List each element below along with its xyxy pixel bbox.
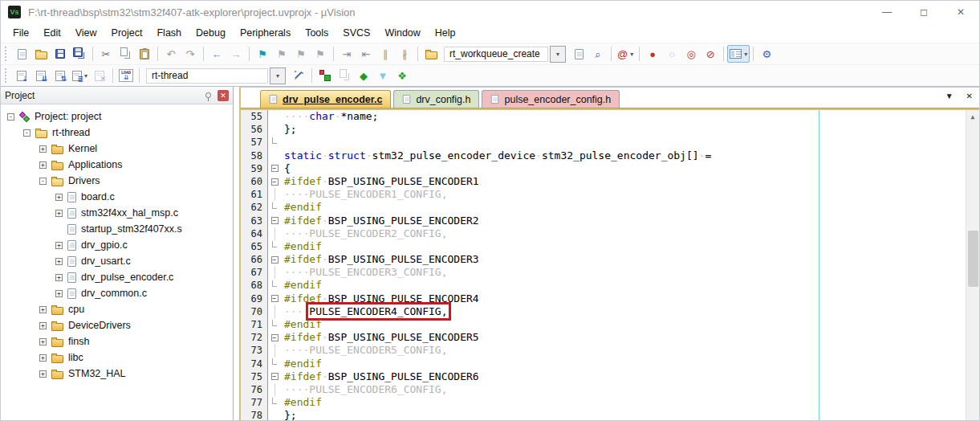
tree-item-startup-stm32f407xx-s[interactable]: startup_stm32f407xx.s (1, 221, 233, 237)
tree-item-kernel[interactable]: +Kernel (1, 141, 233, 157)
fold-collapse-icon[interactable]: − (271, 295, 279, 302)
tree-item-finsh[interactable]: +finsh (1, 333, 233, 349)
build-button[interactable]: ⇊ (31, 67, 51, 84)
close-document-button[interactable]: ✕ (966, 92, 973, 100)
fold-column[interactable]: − (268, 331, 281, 344)
redo-button[interactable]: ↷ (181, 45, 200, 63)
tab-drv_pulse_encoder-c[interactable]: drv_pulse_encoder.c (260, 90, 391, 108)
tree-item-devicedrivers[interactable]: +DeviceDrivers (1, 317, 233, 333)
expand-icon[interactable]: + (55, 290, 63, 297)
configure-button[interactable]: ⚙ (757, 45, 776, 63)
open-file-button[interactable] (31, 45, 51, 63)
fold-collapse-icon[interactable]: − (271, 373, 279, 380)
expand-icon[interactable]: + (55, 274, 63, 281)
menu-item-svcs[interactable]: SVCS (335, 25, 377, 41)
tree-item-project-project[interactable]: -Project: project (1, 108, 233, 125)
code-line-72[interactable]: 72−#ifdef·BSP_USING_PULSE_ENCODER5 (241, 331, 979, 344)
previous-bookmark-button[interactable]: ⚑ (272, 45, 291, 63)
search-combobox-value[interactable]: rt_workqueue_create (444, 47, 548, 62)
expand-icon[interactable]: + (39, 370, 47, 378)
manage-project-items-button[interactable] (315, 67, 335, 84)
expand-icon[interactable]: + (55, 242, 63, 249)
expand-icon[interactable]: + (39, 354, 47, 362)
tab-drv_config-h[interactable]: drv_config.h (393, 90, 479, 108)
expand-icon[interactable]: + (39, 145, 47, 153)
menu-item-flash[interactable]: Flash (149, 25, 189, 41)
code-line-68[interactable]: 68#endif (241, 279, 979, 292)
minimize-button[interactable]: — (868, 1, 905, 23)
expand-icon[interactable]: + (55, 258, 63, 265)
tree-item-cpu[interactable]: +cpu (1, 301, 233, 317)
code-line-63[interactable]: 63−#ifdef·BSP_USING_PULSE_ENCODER2 (241, 215, 979, 227)
code-line-65[interactable]: 65#endif (241, 240, 979, 253)
tree-item-drv-usart-c[interactable]: +drv_usart.c (1, 253, 233, 269)
select-software-packs-button[interactable]: ▼ (373, 67, 392, 84)
search-combobox[interactable]: rt_workqueue_create▾ (444, 46, 566, 63)
translate-file-button[interactable]: ⇣ (12, 67, 31, 84)
fold-column[interactable]: − (268, 215, 281, 227)
fold-collapse-icon[interactable]: − (271, 178, 279, 186)
tree-item-libc[interactable]: +libc (1, 349, 233, 366)
fold-collapse-icon[interactable]: − (271, 334, 279, 341)
tree-item-stm32f4xx-hal-msp-c[interactable]: +stm32f4xx_hal_msp.c (1, 205, 233, 221)
fold-collapse-icon[interactable]: − (271, 256, 279, 264)
options-for-target-button[interactable] (289, 67, 308, 84)
stop-build-button[interactable]: ✕ (90, 67, 109, 84)
code-line-70[interactable]: 70····PULSE_ENCODER4_CONFIG, (241, 305, 979, 318)
fold-column[interactable]: − (268, 253, 281, 266)
target-combobox-dropdown-button[interactable]: ▾ (270, 67, 286, 84)
next-bookmark-button[interactable]: ⚑ (291, 45, 311, 63)
code-line-73[interactable]: 73····PULSE_ENCODER5_CONFIG, (241, 344, 979, 357)
code-editor[interactable]: 55····char·*name;56};5758static·struct·s… (241, 110, 979, 421)
kill-all-breakpoints-button[interactable]: ⊘ (701, 45, 720, 63)
tree-item-board-c[interactable]: +board.c (1, 189, 233, 205)
pin-icon[interactable] (205, 92, 211, 98)
incremental-find-button[interactable]: ⌕ (588, 45, 608, 63)
code-line-69[interactable]: 69−#ifdef·BSP_USING_PULSE_ENCODER4 (241, 292, 979, 305)
paste-button[interactable] (135, 45, 154, 63)
fold-column[interactable]: − (268, 162, 281, 175)
target-combobox[interactable]: rt-thread▾ (146, 67, 286, 84)
comment-button[interactable]: ∥ (376, 45, 395, 63)
uncomment-button[interactable]: ∦ (395, 45, 414, 63)
tree-item-drv-pulse-encoder-c[interactable]: +drv_pulse_encoder.c (1, 269, 233, 285)
document-list-button[interactable]: ▼ (945, 92, 954, 100)
expand-icon[interactable]: + (39, 161, 47, 169)
code-line-67[interactable]: 67····PULSE_ENCODER3_CONFIG, (241, 266, 979, 279)
new-file-button[interactable] (12, 45, 31, 63)
menu-item-view[interactable]: View (68, 25, 104, 41)
code-line-58[interactable]: 58static·struct·stm32_pulse_encoder_devi… (241, 149, 979, 162)
expand-icon[interactable]: + (55, 194, 63, 201)
search-combobox-dropdown-button[interactable]: ▾ (550, 46, 566, 63)
expand-icon[interactable]: + (39, 322, 47, 329)
menu-item-peripherals[interactable]: Peripherals (233, 25, 298, 41)
cut-button[interactable]: ✂ (96, 45, 116, 63)
code-line-76[interactable]: 76····PULSE_ENCODER6_CONFIG, (241, 383, 979, 396)
menu-item-file[interactable]: File (6, 25, 36, 41)
manage-books-button[interactable] (335, 67, 354, 84)
code-line-59[interactable]: 59−{ (241, 162, 979, 175)
tree-item-stm32-hal[interactable]: +STM32_HAL (1, 366, 233, 382)
menu-item-help[interactable]: Help (428, 25, 463, 41)
code-line-57[interactable]: 57 (241, 136, 979, 149)
window-layout-button[interactable]: ▾ (727, 45, 750, 63)
code-line-78[interactable]: 78}; (241, 409, 979, 421)
download-button[interactable]: LOAD⇊ (116, 67, 136, 84)
disable-breakpoint-button[interactable]: ○ (662, 45, 681, 63)
runtime-environment-button[interactable]: ◆ (354, 67, 373, 84)
code-line-61[interactable]: 61····PULSE_ENCODER1_CONFIG, (241, 188, 979, 201)
save-button[interactable] (51, 45, 70, 63)
clear-bookmarks-button[interactable]: ⚑ (311, 45, 330, 63)
copy-button[interactable] (116, 45, 135, 63)
find-next-button[interactable] (569, 45, 588, 63)
code-line-55[interactable]: 55····char·*name; (241, 110, 979, 123)
collapse-icon[interactable]: - (23, 129, 30, 137)
pack-installer-button[interactable]: ❖ (392, 67, 412, 84)
menu-item-tools[interactable]: Tools (298, 25, 335, 41)
batch-build-button[interactable]: ≣▾ (70, 67, 90, 84)
menu-item-window[interactable]: Window (377, 25, 427, 41)
navigate-forward-button[interactable]: → (226, 45, 246, 63)
menu-item-debug[interactable]: Debug (189, 25, 233, 41)
maximize-button[interactable]: ◻ (905, 1, 942, 23)
tree-item-drivers[interactable]: -Drivers (1, 173, 233, 189)
